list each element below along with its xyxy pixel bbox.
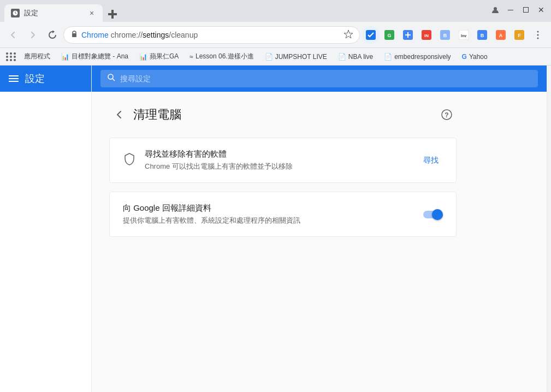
bookmark-apps-label: 應用程式 (24, 52, 50, 61)
chrome-menu-button[interactable] (529, 26, 547, 44)
tab-title: 設定 (24, 8, 38, 18)
find-malware-desc: Chrome 可以找出電腦上有害的軟體並予以移除 (145, 162, 410, 171)
ext-icon-translate[interactable]: B (473, 26, 491, 44)
ext-icon-fox[interactable]: F (511, 26, 528, 44)
report-google-title: 向 Google 回報詳細資料 (123, 203, 414, 213)
titlebar: 設定 × ✕ (0, 0, 551, 22)
svg-text:B: B (443, 33, 447, 38)
report-google-toggle[interactable] (423, 209, 443, 220)
report-google-section: 向 Google 回報詳細資料 提供你電腦上有害軟體、系統設定和處理程序的相關資… (109, 192, 457, 237)
svg-rect-2 (108, 13, 117, 15)
find-malware-row: 尋找並移除有害的軟體 Chrome 可以找出電腦上有害的軟體並予以移除 尋找 (123, 149, 443, 171)
report-google-text: 向 Google 回報詳細資料 提供你電腦上有害軟體、系統設定和處理程序的相關資… (123, 203, 414, 225)
bookmark-5-icon: 📄 (338, 53, 346, 61)
bookmark-3-icon: ≈ (189, 53, 193, 61)
nav-actions: G IN B Inv B A F (362, 26, 547, 44)
svg-point-22 (537, 34, 539, 35)
help-button[interactable]: ? (437, 105, 457, 124)
bookmark-6[interactable]: 📄 embedresponsively (380, 50, 455, 63)
bookmark-2-icon: 📊 (139, 53, 147, 61)
find-malware-section: 尋找並移除有害的軟體 Chrome 可以找出電腦上有害的軟體並予以移除 尋找 (109, 138, 457, 183)
back-button[interactable] (4, 26, 22, 44)
search-wrapper[interactable] (100, 70, 538, 87)
bookmark-1-label: 目標對象總覽 - Ana (72, 52, 128, 61)
bookmark-2-label: 蘋果仁GA (150, 52, 179, 61)
find-malware-title: 尋找並移除有害的軟體 (145, 149, 410, 159)
sidebar-header: 設定 (0, 66, 91, 92)
find-button[interactable]: 尋找 (419, 151, 443, 170)
sidebar-title: 設定 (25, 72, 45, 85)
bookmark-1-icon: 📊 (61, 53, 69, 61)
address-bar[interactable]: Chrome chrome://settings/cleanup (63, 26, 360, 44)
svg-line-25 (112, 79, 115, 81)
url-chrome: Chrome (81, 31, 109, 39)
minimize-button[interactable] (505, 4, 516, 15)
svg-text:A: A (499, 33, 503, 38)
bookmark-5[interactable]: 📄 NBA live (334, 50, 377, 63)
content-area: 清理電腦 ? 尋找並移除有害的軟體 Chrome 可以找出電腦上有害的軟體並予以… (92, 92, 474, 259)
shield-icon (123, 152, 136, 169)
svg-point-23 (537, 37, 539, 39)
ext-icon-3[interactable] (399, 26, 417, 44)
bookmark-3-label: Lesson 06.遊樣小進 (195, 52, 254, 61)
bookmark-1[interactable]: 📊 目標對象總覽 - Ana (57, 50, 133, 63)
hamburger-menu-button[interactable] (9, 75, 19, 82)
bookmark-apps[interactable]: 應用程式 (20, 50, 55, 63)
bookmark-7[interactable]: G Yahoo (458, 50, 492, 63)
ext-icon-7[interactable]: A (492, 26, 509, 44)
bookmark-star-icon[interactable] (344, 29, 353, 40)
back-to-settings-button[interactable] (109, 105, 129, 124)
bookmark-3[interactable]: ≈ Lesson 06.遊樣小進 (185, 50, 258, 63)
active-tab[interactable]: 設定 × (4, 4, 103, 22)
window-close-button[interactable]: ✕ (536, 4, 547, 15)
svg-text:F: F (518, 33, 521, 38)
refresh-button[interactable] (44, 26, 61, 44)
bookmark-5-label: NBA live (348, 53, 373, 61)
url-display: Chrome chrome://settings/cleanup (81, 31, 198, 39)
svg-text:?: ? (445, 111, 448, 119)
main-content: 清理電腦 ? 尋找並移除有害的軟體 Chrome 可以找出電腦上有害的軟體並予以… (92, 66, 547, 392)
sidebar: 設定 (0, 66, 92, 392)
bookmarks-bar: 應用程式 📊 目標對象總覽 - Ana 📊 蘋果仁GA ≈ Lesson 06.… (0, 48, 551, 66)
bookmark-6-icon: 📄 (384, 53, 392, 61)
svg-text:Inv: Inv (461, 34, 466, 38)
svg-text:B: B (481, 33, 484, 38)
svg-point-24 (108, 74, 113, 79)
bookmark-7-icon: G (462, 53, 467, 61)
bookmark-7-label: Yahoo (469, 53, 488, 61)
search-bar-area (92, 66, 547, 92)
new-tab-button[interactable] (105, 7, 120, 22)
svg-text:G: G (387, 33, 391, 38)
page-title: 清理電腦 (133, 106, 437, 123)
report-google-row: 向 Google 回報詳細資料 提供你電腦上有害軟體、系統設定和處理程序的相關資… (123, 203, 443, 225)
bookmark-4-icon: 📄 (265, 53, 273, 61)
window-controls: ✕ (490, 4, 547, 15)
scrollbar[interactable] (547, 66, 551, 392)
profile-button[interactable] (490, 4, 501, 15)
search-icon (107, 73, 116, 84)
ext-icon-4[interactable]: IN (418, 26, 435, 44)
svg-rect-4 (72, 33, 76, 37)
bookmark-2[interactable]: 📊 蘋果仁GA (135, 50, 183, 63)
find-malware-text: 尋找並移除有害的軟體 Chrome 可以找出電腦上有害的軟體並予以移除 (145, 149, 410, 171)
maximize-button[interactable] (520, 4, 531, 15)
bookmark-6-label: embedresponsively (394, 53, 451, 61)
bookmark-4[interactable]: 📄 JUMPSHOT LIVE (260, 50, 331, 63)
security-icon (70, 30, 78, 39)
apps-button[interactable] (4, 50, 17, 63)
settings-page: 設定 清理電腦 ? (0, 66, 551, 392)
tab-favicon (11, 9, 20, 17)
forward-button[interactable] (24, 26, 42, 44)
tab-close-button[interactable]: × (87, 9, 96, 17)
ext-icon-inv[interactable]: Inv (455, 26, 472, 44)
search-input[interactable] (120, 74, 531, 83)
report-google-desc: 提供你電腦上有害軟體、系統設定和處理程序的相關資訊 (123, 216, 414, 225)
bookmark-4-label: JUMPSHOT LIVE (275, 53, 327, 61)
ext-icon-2[interactable]: G (381, 26, 398, 44)
page-header: 清理電腦 ? (109, 105, 457, 124)
ext-icon-5[interactable]: B (436, 26, 454, 44)
navbar: Chrome chrome://settings/cleanup G IN B … (0, 22, 551, 48)
svg-point-21 (537, 31, 539, 32)
svg-text:IN: IN (424, 33, 429, 38)
ext-icon-1[interactable] (362, 26, 380, 44)
